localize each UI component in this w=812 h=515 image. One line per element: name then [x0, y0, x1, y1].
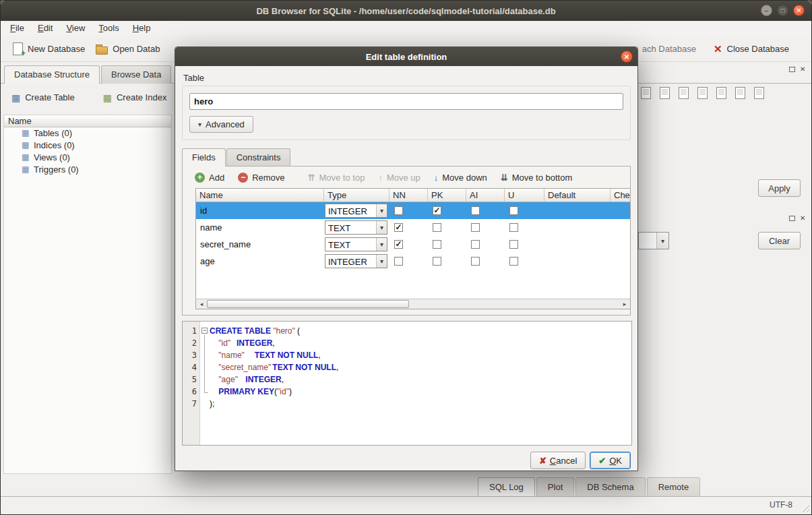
scroll-right-icon[interactable]: ▸: [619, 299, 630, 309]
cell-editor-toolbar-icon[interactable]: [641, 87, 651, 99]
cell-editor-toolbar-icon[interactable]: [735, 87, 745, 99]
pk-checkbox[interactable]: ✓: [433, 206, 441, 215]
default-cell[interactable]: [544, 253, 611, 270]
type-combobox[interactable]: TEXT▾: [325, 220, 387, 235]
tree-item-triggers[interactable]: ▦ Triggers (0): [4, 164, 171, 176]
dock-float-icon[interactable]: [789, 67, 795, 72]
menu-edit[interactable]: Edit: [31, 21, 59, 36]
field-name-cell[interactable]: id: [196, 202, 324, 219]
move-up-button[interactable]: ↑ Move up: [378, 173, 420, 183]
cell-editor-toolbar-icon[interactable]: [660, 87, 670, 99]
dock-close-icon[interactable]: ✕: [800, 215, 805, 222]
new-database-button[interactable]: + New Database: [7, 40, 90, 58]
ok-button[interactable]: ✔ OK: [590, 452, 631, 469]
create-index-button[interactable]: ▦ Create Index: [98, 90, 173, 105]
u-checkbox[interactable]: [509, 257, 518, 266]
tab-plot[interactable]: Plot: [536, 477, 574, 496]
add-field-button[interactable]: + Add: [195, 173, 224, 183]
column-header-pk[interactable]: PK: [428, 189, 466, 202]
ai-checkbox[interactable]: [471, 240, 480, 249]
remove-field-button[interactable]: − Remove: [238, 173, 284, 183]
tab-fields[interactable]: Fields: [182, 148, 226, 166]
cell-editor-toolbar-icon[interactable]: [716, 87, 726, 99]
cell-editor-toolbar-icon[interactable]: [754, 87, 764, 99]
tab-sql-log[interactable]: SQL Log: [478, 477, 535, 496]
nn-checkbox[interactable]: ✓: [394, 223, 403, 232]
close-database-button[interactable]: ✕ Close Database: [708, 40, 794, 58]
column-header-u[interactable]: U: [505, 189, 544, 202]
apply-button[interactable]: Apply: [758, 179, 801, 197]
default-cell[interactable]: [544, 202, 611, 219]
move-to-bottom-button[interactable]: ⇊ Move to bottom: [501, 173, 573, 183]
nn-checkbox[interactable]: [394, 206, 403, 215]
dialog-close-icon[interactable]: ✕: [621, 51, 633, 63]
sql-preview-editor[interactable]: 1234567 − CREATE TABLE "hero" ( "id" INT…: [182, 321, 632, 446]
tab-remote[interactable]: Remote: [647, 477, 701, 496]
scroll-left-icon[interactable]: ◂: [196, 299, 207, 309]
check-cell[interactable]: [611, 219, 630, 236]
column-header-type[interactable]: Type: [324, 189, 389, 202]
u-checkbox[interactable]: [509, 206, 518, 215]
tree-header-name[interactable]: Name: [4, 115, 171, 127]
tab-browse-data[interactable]: Browse Data: [101, 65, 171, 84]
column-header-nn[interactable]: NN: [389, 189, 428, 202]
create-table-button[interactable]: ▦ Create Table: [6, 90, 80, 105]
field-name-cell[interactable]: secret_name: [196, 236, 324, 253]
menu-view[interactable]: View: [59, 21, 92, 36]
horizontal-scrollbar[interactable]: ◂ ▸: [196, 299, 630, 309]
table-name-input[interactable]: [189, 93, 623, 110]
move-down-button[interactable]: ↓ Move down: [434, 173, 487, 183]
tree-item-indices[interactable]: ▦ Indices (0): [4, 140, 171, 152]
field-row-secret_name[interactable]: secret_nameTEXT▾✓: [196, 236, 630, 253]
tree-item-views[interactable]: ▦ Views (0): [4, 152, 171, 164]
cell-editor-toolbar-icon[interactable]: [679, 87, 689, 99]
field-name-cell[interactable]: name: [196, 219, 324, 236]
menu-help[interactable]: Help: [126, 21, 158, 36]
pk-checkbox[interactable]: [433, 223, 441, 232]
field-row-id[interactable]: idINTEGER▾✓: [196, 202, 630, 219]
check-cell[interactable]: [611, 236, 630, 253]
tab-db-schema[interactable]: DB Schema: [575, 477, 645, 496]
type-combobox[interactable]: INTEGER▾: [325, 204, 387, 218]
u-checkbox[interactable]: [509, 223, 518, 232]
menu-file[interactable]: File: [3, 21, 31, 36]
cell-editor-toolbar-icon[interactable]: [697, 87, 708, 99]
tab-constraints[interactable]: Constraints: [226, 148, 291, 166]
ai-checkbox[interactable]: [471, 206, 480, 215]
move-to-top-button[interactable]: ⇈ Move to top: [308, 173, 365, 183]
check-cell[interactable]: [611, 253, 630, 270]
nn-checkbox[interactable]: ✓: [394, 240, 403, 249]
advanced-toggle-button[interactable]: ▾ Advanced: [189, 116, 253, 133]
pk-checkbox[interactable]: [433, 240, 441, 249]
field-row-age[interactable]: ageINTEGER▾: [196, 253, 630, 270]
partial-combobox[interactable]: ▾: [638, 232, 669, 249]
type-combobox[interactable]: TEXT▾: [325, 237, 387, 251]
resize-grip[interactable]: [801, 504, 809, 512]
menu-tools[interactable]: Tools: [92, 21, 125, 36]
default-cell[interactable]: [544, 236, 611, 253]
close-window-icon[interactable]: ✕: [793, 5, 805, 16]
field-row-name[interactable]: nameTEXT▾✓: [196, 219, 630, 236]
cancel-button[interactable]: ✘ Cancel: [530, 452, 586, 469]
clear-button[interactable]: Clear: [758, 232, 801, 249]
attach-database-button[interactable]: ach Database: [642, 44, 696, 54]
fold-collapse-icon[interactable]: −: [201, 328, 208, 334]
type-combobox[interactable]: INTEGER▾: [325, 254, 387, 268]
column-header-check[interactable]: Che: [611, 189, 630, 202]
dock-close-icon[interactable]: ✕: [800, 66, 805, 73]
column-header-ai[interactable]: AI: [466, 189, 505, 202]
ai-checkbox[interactable]: [471, 223, 480, 232]
tree-item-tables[interactable]: ▦ Tables (0): [4, 127, 171, 140]
pk-checkbox[interactable]: [433, 257, 441, 266]
minimize-icon[interactable]: –: [761, 5, 772, 16]
ai-checkbox[interactable]: [471, 257, 480, 266]
maximize-icon[interactable]: □: [777, 5, 788, 16]
field-name-cell[interactable]: age: [196, 253, 324, 270]
tab-database-structure[interactable]: Database Structure: [4, 65, 100, 84]
column-header-default[interactable]: Default: [544, 189, 611, 202]
scrollbar-thumb[interactable]: [207, 300, 409, 308]
u-checkbox[interactable]: [509, 240, 518, 249]
column-header-name[interactable]: Name: [196, 189, 324, 202]
default-cell[interactable]: [544, 219, 611, 236]
nn-checkbox[interactable]: [394, 257, 403, 266]
